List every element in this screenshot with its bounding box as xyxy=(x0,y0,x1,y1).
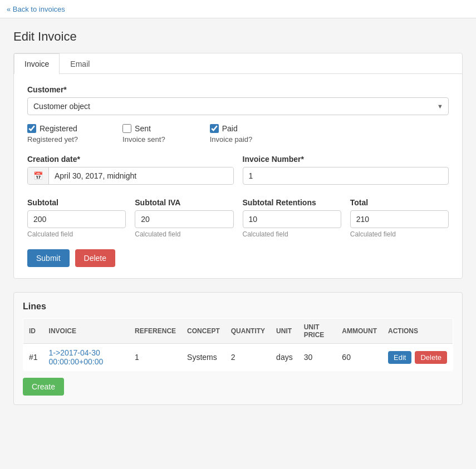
date-number-row: Creation date* 📅 Invoice Number* xyxy=(27,155,449,194)
creation-date-input[interactable] xyxy=(49,167,233,184)
paid-group: Paid Invoice paid? xyxy=(210,124,253,144)
row-delete-button[interactable]: Delete xyxy=(415,351,447,364)
customer-label: Customer* xyxy=(27,85,449,94)
tab-bar: Invoice Email xyxy=(14,53,462,74)
cell-quantity: 2 xyxy=(225,344,271,371)
col-amount: AMMOUNT xyxy=(336,319,382,344)
submit-button[interactable]: Submit xyxy=(27,249,70,267)
creation-date-group: Creation date* 📅 xyxy=(27,155,234,185)
sent-checkbox[interactable] xyxy=(122,124,131,133)
subtotal-iva-input[interactable] xyxy=(135,210,233,228)
cell-unit-price: 30 xyxy=(298,344,337,371)
subtotal-retentions-label: Subtotal Retentions xyxy=(243,198,341,207)
row-edit-button[interactable]: Edit xyxy=(388,351,411,364)
cell-concept: Systems xyxy=(181,344,225,371)
edit-invoice-card: Invoice Email Customer* Customer object … xyxy=(13,53,463,279)
delete-button[interactable]: Delete xyxy=(75,249,115,267)
registered-label: Registered xyxy=(40,124,77,133)
tab-email[interactable]: Email xyxy=(60,53,100,74)
cell-unit: days xyxy=(271,344,298,371)
checkboxes-row: Registered Registered yet? Sent Invoice … xyxy=(27,124,449,144)
registered-label-row: Registered xyxy=(27,124,77,133)
paid-label: Paid xyxy=(222,124,238,133)
col-unit-price: UNIT PRICE xyxy=(298,319,337,344)
col-concept: CONCEPT xyxy=(181,319,225,344)
tab-invoice[interactable]: Invoice xyxy=(14,53,60,74)
total-input[interactable] xyxy=(350,210,449,228)
date-input-wrapper: 📅 xyxy=(27,167,234,185)
cell-amount: 60 xyxy=(336,344,382,371)
col-id: ID xyxy=(23,319,43,344)
topbar: « Back to invoicesBack to invoices xyxy=(0,0,476,18)
subtotal-retentions-col: Subtotal Retentions Calculated field xyxy=(243,198,341,238)
table-header-row: ID INVOICE REFERENCE CONCEPT QUANTITY UN… xyxy=(23,319,453,344)
customer-select-wrapper: Customer object xyxy=(27,97,449,115)
table-row: #1 1->2017-04-30 00:00:00+00:00 1 System… xyxy=(23,344,453,371)
calendar-icon: 📅 xyxy=(28,167,49,184)
invoice-number-group: Invoice Number* xyxy=(243,155,449,185)
back-link[interactable]: « Back to invoices xyxy=(7,5,65,13)
col-unit: UNIT xyxy=(271,319,298,344)
subtotal-retentions-input[interactable] xyxy=(243,210,341,228)
invoice-link[interactable]: 1->2017-04-30 00:00:00+00:00 xyxy=(49,348,104,366)
cell-id: #1 xyxy=(23,344,43,371)
lines-title: Lines xyxy=(23,302,453,312)
subtotal-retentions-note: Calculated field xyxy=(243,230,341,238)
sent-sublabel: Invoice sent? xyxy=(122,135,165,144)
subtotal-label: Subtotal xyxy=(27,198,126,207)
creation-date-label: Creation date* xyxy=(27,155,234,164)
invoice-number-col: Invoice Number* xyxy=(243,155,449,194)
row-actions: Edit Delete xyxy=(388,351,447,364)
sent-group: Sent Invoice sent? xyxy=(122,124,165,144)
invoice-number-label: Invoice Number* xyxy=(243,155,449,164)
form-actions: Submit Delete xyxy=(27,249,449,267)
subtotal-iva-note: Calculated field xyxy=(135,230,233,238)
paid-label-row: Paid xyxy=(210,124,238,133)
creation-date-col: Creation date* 📅 xyxy=(27,155,234,194)
customer-select[interactable]: Customer object xyxy=(27,97,449,115)
sent-label: Sent xyxy=(135,124,151,133)
cell-reference: 1 xyxy=(129,344,181,371)
subtotals-row: Subtotal Calculated field Subtotal IVA C… xyxy=(27,198,449,238)
subtotal-iva-label: Subtotal IVA xyxy=(135,198,233,207)
lines-table: ID INVOICE REFERENCE CONCEPT QUANTITY UN… xyxy=(23,318,453,371)
invoice-number-input[interactable] xyxy=(243,167,449,185)
subtotal-note: Calculated field xyxy=(27,230,126,238)
create-button[interactable]: Create xyxy=(23,378,64,396)
sent-label-row: Sent xyxy=(122,124,151,133)
total-note: Calculated field xyxy=(350,230,449,238)
customer-group: Customer* Customer object xyxy=(27,85,449,115)
registered-sublabel: Registered yet? xyxy=(27,135,78,144)
subtotal-iva-col: Subtotal IVA Calculated field xyxy=(135,198,233,238)
paid-sublabel: Invoice paid? xyxy=(210,135,253,144)
invoice-form: Customer* Customer object Registered Reg… xyxy=(14,74,462,278)
lines-section: Lines ID INVOICE REFERENCE CONCEPT QUANT… xyxy=(13,292,463,405)
col-quantity: QUANTITY xyxy=(225,319,271,344)
subtotal-input[interactable] xyxy=(27,210,126,228)
subtotal-col: Subtotal Calculated field xyxy=(27,198,126,238)
paid-checkbox[interactable] xyxy=(210,124,219,133)
registered-group: Registered Registered yet? xyxy=(27,124,78,144)
total-label: Total xyxy=(350,198,449,207)
cell-invoice: 1->2017-04-30 00:00:00+00:00 xyxy=(43,344,129,371)
total-col: Total Calculated field xyxy=(350,198,449,238)
page-title: Edit Invoice xyxy=(13,29,463,44)
registered-checkbox[interactable] xyxy=(27,124,36,133)
cell-actions: Edit Delete xyxy=(382,344,453,371)
col-reference: REFERENCE xyxy=(129,319,181,344)
col-actions: ACTIONS xyxy=(382,319,453,344)
col-invoice: INVOICE xyxy=(43,319,129,344)
